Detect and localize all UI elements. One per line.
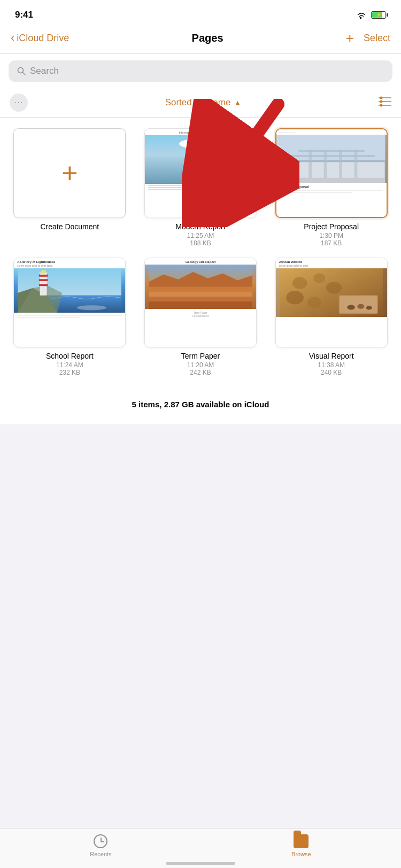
- project-proposal-item[interactable]: — — — — —: [270, 128, 392, 247]
- svg-rect-12: [278, 160, 384, 162]
- svg-line-1: [23, 73, 26, 75]
- tab-browse[interactable]: Browse: [291, 834, 311, 857]
- sort-button[interactable]: Sorted by Name ▲: [165, 97, 242, 108]
- modern-report-size: 188 KB: [190, 239, 211, 247]
- clock-minute-hand: [101, 841, 104, 842]
- content-area: + Create Document International Modern A…: [0, 118, 401, 385]
- svg-point-45: [357, 304, 364, 309]
- create-plus-icon: +: [61, 159, 78, 187]
- tab-spacer: [0, 424, 401, 478]
- svg-rect-11: [288, 155, 374, 157]
- svg-point-37: [292, 277, 307, 289]
- create-document-item[interactable]: + Create Document: [9, 128, 131, 247]
- svg-point-6: [380, 100, 382, 103]
- modern-report-name: Modern Report: [175, 222, 225, 231]
- list-view-icon: [379, 96, 391, 107]
- svg-point-41: [326, 282, 342, 294]
- storage-info: 5 items, 2.87 GB available on iCloud: [0, 385, 401, 424]
- school-report-name: School Report: [46, 352, 94, 360]
- status-bar: 9:41 ⚡: [0, 0, 401, 27]
- status-time: 9:41: [15, 10, 33, 20]
- back-button[interactable]: ‹ iCloud Drive: [11, 31, 69, 45]
- clock-circle: [94, 834, 107, 848]
- svg-rect-27: [41, 270, 46, 273]
- add-button[interactable]: +: [346, 31, 354, 45]
- back-chevron-icon: ‹: [11, 31, 14, 45]
- nav-actions: + Select: [346, 31, 390, 45]
- search-bar[interactable]: Search: [9, 60, 392, 82]
- search-icon: [17, 67, 26, 75]
- create-document-thumb[interactable]: +: [13, 128, 126, 218]
- status-icons: ⚡: [356, 11, 386, 19]
- folder-shape: [294, 834, 309, 848]
- select-button[interactable]: Select: [364, 33, 390, 44]
- term-paper-item[interactable]: Geology 101 Report: [140, 258, 262, 376]
- browse-label: Browse: [291, 851, 311, 857]
- project-proposal-time: 1:30 PM: [319, 232, 343, 239]
- svg-rect-24: [39, 279, 48, 281]
- svg-rect-17: [278, 178, 384, 183]
- wifi-icon: [356, 11, 367, 19]
- svg-point-46: [366, 306, 372, 309]
- svg-point-40: [307, 297, 321, 308]
- visual-report-time: 11:38 AM: [318, 361, 345, 369]
- svg-point-28: [77, 305, 106, 310]
- more-options-button[interactable]: ···: [10, 94, 28, 112]
- term-paper-time: 11:20 AM: [187, 361, 214, 369]
- storage-text: 5 items, 2.87 GB available on iCloud: [132, 400, 269, 409]
- project-proposal-size: 187 KB: [321, 239, 342, 247]
- school-report-size: 232 KB: [59, 369, 80, 376]
- dots-icon: ···: [14, 98, 23, 107]
- battery-icon: ⚡: [371, 11, 386, 19]
- visual-report-thumb[interactable]: African Wildlife Lorem ipsum dolor sit a…: [275, 258, 388, 347]
- modern-report-item[interactable]: International Modern Architecture: [140, 128, 262, 247]
- visual-report-item[interactable]: African Wildlife Lorem ipsum dolor sit a…: [270, 258, 392, 376]
- svg-point-38: [313, 273, 325, 283]
- tab-recents[interactable]: Recents: [90, 834, 111, 857]
- project-proposal-name: Project Proposal: [304, 222, 359, 231]
- search-container: Search: [0, 54, 401, 88]
- visual-report-size: 240 KB: [321, 369, 342, 376]
- project-proposal-thumb[interactable]: — — — — —: [275, 128, 388, 218]
- document-grid: + Create Document International Modern A…: [9, 128, 392, 376]
- modern-report-thumb[interactable]: International Modern Architecture: [144, 128, 257, 218]
- folder-tab: [294, 831, 301, 835]
- sort-direction-icon: ▲: [234, 98, 241, 107]
- page-title: Pages: [192, 32, 223, 44]
- svg-rect-34: [149, 301, 252, 309]
- nav-bar: ‹ iCloud Drive Pages + Select: [0, 27, 401, 54]
- visual-svg: [276, 268, 387, 317]
- sort-bar: ··· Sorted by Name ▲: [0, 88, 401, 118]
- proj-arch-svg: [276, 135, 387, 183]
- school-report-thumb[interactable]: A History of Lighthouses Lorem ipsum dol…: [13, 258, 126, 347]
- recents-label: Recents: [90, 851, 111, 857]
- school-report-time: 11:24 AM: [56, 361, 83, 369]
- school-svg: [14, 268, 125, 313]
- modern-report-time: 11:25 AM: [187, 232, 214, 239]
- sort-label-text: Sorted by Name: [165, 97, 231, 108]
- svg-rect-43: [340, 296, 376, 313]
- search-placeholder: Search: [30, 66, 59, 76]
- create-document-name: Create Document: [40, 222, 99, 231]
- list-view-button[interactable]: [379, 96, 391, 109]
- term-paper-thumb[interactable]: Geology 101 Report: [144, 258, 257, 347]
- mr-title-text: International Modern Architecture: [145, 129, 256, 135]
- battery-bolt: ⚡: [376, 12, 382, 18]
- svg-point-44: [347, 305, 355, 309]
- clock-hour-hand: [101, 838, 102, 841]
- term-paper-size: 242 KB: [190, 369, 211, 376]
- svg-point-5: [380, 97, 382, 99]
- browse-icon: [294, 834, 309, 849]
- term-paper-name: Term Paper: [181, 352, 220, 360]
- school-report-item[interactable]: A History of Lighthouses Lorem ipsum dol…: [9, 258, 131, 376]
- term-svg: [145, 265, 256, 309]
- svg-rect-25: [39, 284, 48, 286]
- back-label: iCloud Drive: [17, 33, 69, 44]
- svg-point-7: [380, 104, 382, 107]
- home-indicator: [166, 862, 235, 865]
- visual-report-name: Visual Report: [309, 352, 354, 360]
- svg-point-39: [286, 291, 304, 305]
- recents-icon: [93, 834, 108, 849]
